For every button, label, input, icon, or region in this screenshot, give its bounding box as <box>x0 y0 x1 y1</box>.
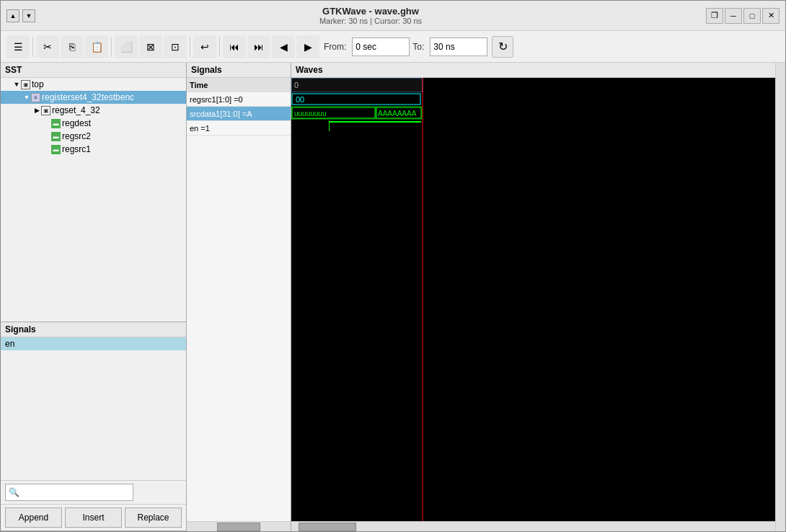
first-button[interactable]: ⏮ <box>223 35 246 58</box>
bottom-buttons: Append Insert Replace <box>1 504 186 531</box>
from-input[interactable] <box>352 37 410 56</box>
titlebar-up-button[interactable]: ▲ <box>6 9 19 22</box>
signals-list: en <box>1 337 186 480</box>
signal-row-srcdata1-label: srcdata1[31:0] =A <box>190 110 252 118</box>
signal-row-time: Time <box>187 78 291 92</box>
titlebar-right-buttons: ❐ ─ □ ✕ <box>706 8 780 24</box>
minimize-button[interactable]: ─ <box>725 8 742 24</box>
last-button[interactable]: ⏭ <box>247 35 270 58</box>
append-button[interactable]: Append <box>5 507 62 528</box>
titlebar: ▲ ▼ GTKWave - wave.ghw Marker: 30 ns | C… <box>1 1 785 31</box>
titlebar-center: GTKWave - wave.ghw Marker: 30 ns | Curso… <box>35 6 706 25</box>
regsrc1-value: 00 <box>296 95 304 104</box>
signal-row-en[interactable]: en =1 <box>187 121 291 136</box>
waves-canvas[interactable]: 0 00 uuuuuuuu <box>291 78 775 521</box>
titlebar-down-button[interactable]: ▼ <box>22 9 35 22</box>
expand-arrow-top: ▼ <box>12 81 21 88</box>
sst-label: SST <box>5 65 22 75</box>
hamburger-button[interactable]: ☰ <box>6 35 30 58</box>
signal-icon-regdest: ▬ <box>51 119 61 128</box>
tree-item-top[interactable]: ▼ ▣ top <box>1 78 186 91</box>
waves-scrollbar-h[interactable] <box>291 521 775 531</box>
signal-row-regsrc1[interactable]: regsrc1[1:0] =0 <box>187 92 291 107</box>
toolbar: ☰ ✂ ⎘ 📋 ⬜ ⊠ ⊡ ↩ ⏮ ⏭ ◀ ▶ From: To: ↻ <box>1 31 785 63</box>
restore-button[interactable]: ❐ <box>706 8 723 24</box>
sst-header: SST <box>1 63 186 78</box>
tree-item-regsrc1[interactable]: ▬ regsrc1 <box>1 143 186 156</box>
search-bar: 🔍 <box>1 480 186 504</box>
select-all-button[interactable]: ⬜ <box>115 35 138 58</box>
tree-item-regdest[interactable]: ▬ regdest <box>1 117 186 130</box>
srcdata1-value1: uuuuuuuu <box>294 110 327 118</box>
waves-scrollbar-thumb[interactable] <box>299 523 356 531</box>
search-input[interactable] <box>5 484 133 501</box>
search-wrap: 🔍 <box>5 484 182 501</box>
hier-icon-registerset: ≡ <box>31 93 40 102</box>
tree-item-regsrc2[interactable]: ▬ regsrc2 <box>1 130 186 143</box>
search-icon: 🔍 <box>9 487 19 497</box>
signals-panel: Signals Time regsrc1[1:0] =0 srcdata1[31… <box>187 63 291 531</box>
maximize-button[interactable]: □ <box>743 8 761 24</box>
signal-item-en[interactable]: en <box>1 337 186 350</box>
titlebar-left-buttons: ▲ ▼ <box>6 9 35 22</box>
waves-header: Waves <box>291 63 775 78</box>
signals-panel-scrollbar-thumb[interactable] <box>217 523 260 531</box>
tree-item-registerset[interactable]: ▼ ≡ registerset4_32testbenc <box>1 91 186 104</box>
main-window: ▲ ▼ GTKWave - wave.ghw Marker: 30 ns | C… <box>0 0 786 532</box>
tree-label-regsrc1: regsrc1 <box>62 144 91 154</box>
close-button[interactable]: ✕ <box>762 8 780 24</box>
svg-rect-9 <box>329 121 330 131</box>
expand-arrow-regset: ▶ <box>32 107 41 114</box>
waves-panel: Waves 0 00 <box>291 63 775 531</box>
waves-scrollbar-v[interactable] <box>775 63 785 531</box>
left-panel: SST ▼ ▣ top ▼ ≡ registerset4_32testbenc … <box>1 63 187 531</box>
undo-button[interactable]: ↩ <box>193 35 216 58</box>
to-label: To: <box>412 42 424 52</box>
signal-row-time-label: Time <box>190 81 208 89</box>
signals-panel-header: Signals <box>187 63 291 78</box>
tree-label-regsrc2: regsrc2 <box>62 131 91 141</box>
copy-button[interactable]: ⎘ <box>61 35 84 58</box>
svg-rect-10 <box>330 121 421 123</box>
waveform-svg: 0 00 uuuuuuuu <box>291 78 775 521</box>
cut-button[interactable]: ✂ <box>36 35 59 58</box>
from-to-container: From: To: <box>324 37 487 56</box>
tree-label-regdest: regdest <box>62 118 91 128</box>
window-title: GTKWave - wave.ghw <box>35 6 706 17</box>
from-label: From: <box>324 42 346 52</box>
signal-icon-regsrc2: ▬ <box>51 132 61 141</box>
paste-button[interactable]: 📋 <box>85 35 108 58</box>
tree-label-registerset: registerset4_32testbenc <box>42 92 134 102</box>
window-subtitle: Marker: 30 ns | Cursor: 30 ns <box>35 17 706 25</box>
tree-item-regset[interactable]: ▶ ▣ regset_4_32 <box>1 104 186 117</box>
right-area: Signals Time regsrc1[1:0] =0 srcdata1[31… <box>187 63 785 531</box>
to-input[interactable] <box>430 37 487 56</box>
main-area: SST ▼ ▣ top ▼ ≡ registerset4_32testbenc … <box>1 63 785 531</box>
module-icon-top: ▣ <box>21 80 30 89</box>
replace-button[interactable]: Replace <box>125 507 182 528</box>
waves-label: Waves <box>296 65 323 75</box>
zoom-region-button[interactable]: ⊡ <box>164 35 187 58</box>
prev-button[interactable]: ◀ <box>272 35 295 58</box>
signal-row-srcdata1[interactable]: srcdata1[31:0] =A <box>187 107 291 121</box>
next-button[interactable]: ▶ <box>296 35 319 58</box>
signals-header: Signals <box>1 322 186 337</box>
svg-rect-12 <box>423 78 775 521</box>
ruler-zero: 0 <box>294 81 299 89</box>
signals-label: Signals <box>5 324 36 334</box>
module-icon-regset: ▣ <box>41 106 50 115</box>
svg-rect-8 <box>292 123 328 124</box>
signals-section: Signals en 🔍 Append Insert Replace <box>1 322 186 531</box>
toolbar-separator-3 <box>190 37 190 57</box>
insert-button[interactable]: Insert <box>65 507 122 528</box>
signal-row-regsrc1-label: regsrc1[1:0] =0 <box>190 95 243 104</box>
srcdata1-value2: AAAAAAAA <box>378 110 417 118</box>
signal-icon-regsrc1: ▬ <box>51 145 61 154</box>
zoom-fit-button[interactable]: ⊠ <box>139 35 162 58</box>
signal-rows: Time regsrc1[1:0] =0 srcdata1[31:0] =A e… <box>187 78 291 521</box>
reload-button[interactable]: ↻ <box>492 36 513 58</box>
svg-rect-3 <box>292 94 420 105</box>
expand-arrow-registerset: ▼ <box>22 94 31 101</box>
signals-panel-label: Signals <box>191 65 222 75</box>
signals-panel-scrollbar[interactable] <box>187 521 291 531</box>
